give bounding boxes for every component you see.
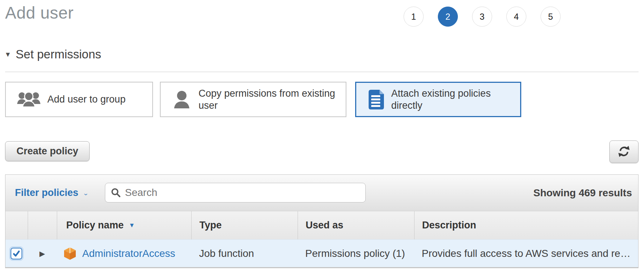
row-used-as: Permissions policy (1) <box>298 240 414 267</box>
option-label: Attach existing policies directly <box>391 88 514 111</box>
step-5: 5 <box>541 7 561 27</box>
results-count: Showing 469 results <box>533 187 632 199</box>
add-user-page: Add user 1 2 3 4 5 ▾ Set permissions <box>0 0 644 270</box>
policy-search-box[interactable] <box>105 183 366 202</box>
option-copy-permissions[interactable]: Copy permissions from existing user <box>160 82 346 117</box>
row-description: Provides full access to AWS services and… <box>422 248 631 259</box>
row-type: Job function <box>191 240 298 267</box>
permission-option-cards: Add user to group Copy permissions from … <box>5 82 521 117</box>
row-checkbox-checked[interactable] <box>11 248 22 259</box>
expand-row-icon[interactable]: ▶ <box>39 249 45 258</box>
filter-policies-dropdown[interactable]: Filter policies ⌄ <box>15 187 89 198</box>
section-title: Set permissions <box>16 47 101 61</box>
option-add-user-to-group[interactable]: Add user to group <box>5 82 153 117</box>
policy-name-link[interactable]: AdministratorAccess <box>82 248 175 259</box>
step-1: 1 <box>404 7 424 27</box>
user-group-icon <box>17 90 41 109</box>
header-description: Description <box>414 211 638 239</box>
chevron-down-icon: ⌄ <box>83 189 89 196</box>
section-divider <box>5 72 639 72</box>
table-filter-bar: Filter policies ⌄ Showing 469 results <box>5 175 638 211</box>
policy-document-icon <box>367 89 385 110</box>
header-policy-name[interactable]: Policy name ▼ <box>57 211 192 239</box>
set-permissions-section-header[interactable]: ▾ Set permissions <box>6 47 101 61</box>
option-label: Add user to group <box>47 93 126 105</box>
aws-policy-cube-icon <box>63 247 76 261</box>
step-4: 4 <box>506 7 526 27</box>
search-input[interactable] <box>125 187 360 198</box>
triangle-down-icon: ▾ <box>6 50 10 58</box>
step-2-active: 2 <box>438 7 458 27</box>
create-policy-button[interactable]: Create policy <box>5 141 90 161</box>
filter-policies-label: Filter policies <box>15 187 78 198</box>
header-used-as: Used as <box>298 211 414 239</box>
header-select-all <box>5 211 28 239</box>
header-expand <box>28 211 57 239</box>
option-label: Copy permissions from existing user <box>199 88 339 111</box>
search-icon <box>110 187 121 198</box>
table-row: ▶ AdministratorAccess Job function Permi… <box>5 239 638 268</box>
user-icon <box>172 89 192 110</box>
wizard-step-indicator: 1 2 3 4 5 <box>404 7 561 27</box>
policies-table: Filter policies ⌄ Showing 469 results Po… <box>5 174 639 268</box>
page-title: Add user <box>5 3 74 23</box>
refresh-icon <box>618 146 630 158</box>
header-type: Type <box>191 211 298 239</box>
option-attach-existing-policies[interactable]: Attach existing policies directly <box>355 82 521 117</box>
step-3: 3 <box>472 7 492 27</box>
sort-desc-icon: ▼ <box>129 222 135 229</box>
refresh-button[interactable] <box>609 140 639 163</box>
table-header-row: Policy name ▼ Type Used as Description <box>5 211 638 239</box>
